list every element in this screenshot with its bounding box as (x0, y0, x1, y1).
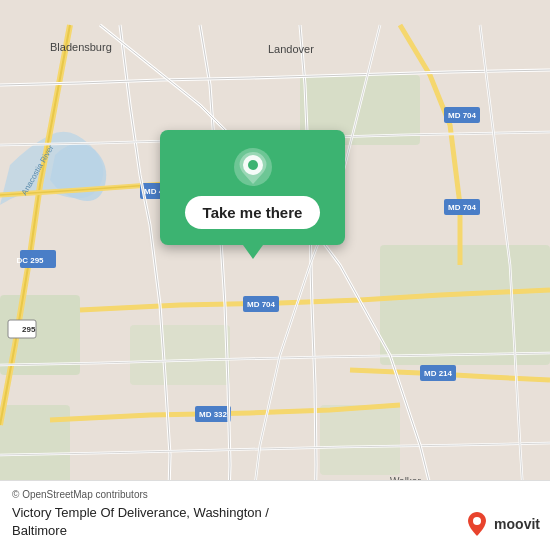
location-title: Victory Temple Of Deliverance, Washingto… (12, 504, 538, 540)
svg-text:295: 295 (22, 325, 36, 334)
moovit-text: moovit (494, 516, 540, 532)
svg-rect-5 (320, 405, 400, 475)
svg-rect-4 (130, 325, 230, 385)
svg-text:MD 332: MD 332 (199, 410, 228, 419)
svg-point-30 (473, 517, 481, 525)
info-bar: © OpenStreetMap contributors Victory Tem… (0, 480, 550, 550)
map-container: DC 295 MD 459 MD 704 MD 704 MD 704 MD 33… (0, 0, 550, 550)
take-me-there-button[interactable]: Take me there (185, 196, 321, 229)
svg-text:Landover: Landover (268, 43, 314, 55)
svg-text:Bladensburg: Bladensburg (50, 41, 112, 53)
svg-text:MD 704: MD 704 (448, 203, 477, 212)
moovit-icon (463, 510, 491, 538)
svg-rect-3 (380, 245, 550, 365)
svg-text:MD 214: MD 214 (424, 369, 453, 378)
moovit-logo: moovit (463, 510, 540, 538)
svg-text:MD 704: MD 704 (247, 300, 276, 309)
map-background: DC 295 MD 459 MD 704 MD 704 MD 704 MD 33… (0, 0, 550, 550)
copyright-text: © OpenStreetMap contributors (12, 489, 538, 500)
location-pin-icon (234, 148, 272, 186)
svg-text:DC 295: DC 295 (16, 256, 44, 265)
popup-card: Take me there (160, 130, 345, 245)
svg-text:MD 704: MD 704 (448, 111, 477, 120)
svg-point-29 (248, 160, 258, 170)
